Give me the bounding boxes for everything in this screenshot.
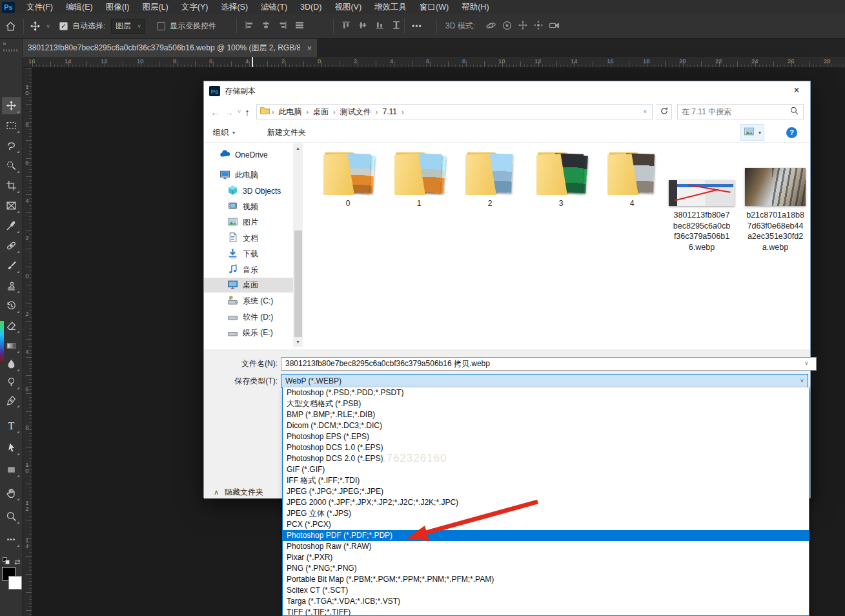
recent-locations-icon[interactable]: ˅ [238, 108, 241, 115]
collapse-panel-icon[interactable]: » [3, 40, 6, 47]
format-option[interactable]: BMP (*.BMP;*.RLE;*.DIB) [283, 409, 809, 420]
sidebar-item-3d-objects[interactable]: 3D Objects [204, 183, 293, 198]
format-option[interactable]: Photoshop EPS (*.EPS) [283, 431, 809, 442]
marquee-tool[interactable] [2, 117, 21, 134]
format-option[interactable]: Targa (*.TGA;*.VDA;*.ICB;*.VST) [283, 596, 809, 607]
scroll-down-icon[interactable]: ▼ [293, 337, 303, 347]
folder-item-0[interactable]: 0 [316, 151, 380, 208]
dialog-close-button[interactable]: × [789, 85, 804, 96]
file-item[interactable]: 3801213fb80e7 bec8295c6a0cb f36c379a506b… [666, 180, 738, 252]
hide-folders-button[interactable]: ∧ 隐藏文件夹 [214, 487, 263, 498]
forward-button[interactable]: → [224, 107, 234, 118]
menu-item-select[interactable]: 选择(S) [214, 0, 254, 14]
search-box[interactable] [677, 104, 804, 119]
help-button[interactable]: ? [786, 127, 797, 138]
breadcrumb[interactable]: ›此电脑›桌面›测试文件›7.11› ˅ [256, 104, 653, 119]
orbit-3d-icon[interactable] [485, 20, 496, 33]
format-option[interactable]: IFF 格式 (*.IFF;*.TDI) [283, 475, 809, 486]
eraser-tool[interactable] [2, 317, 21, 334]
refresh-button[interactable] [657, 104, 672, 119]
format-option[interactable]: Scitex CT (*.SCT) [283, 585, 809, 596]
menu-item-plugins[interactable]: 增效工具 [368, 0, 413, 14]
sidebar-item--[interactable]: 图片 [204, 215, 293, 230]
format-option[interactable]: Photoshop DCS 2.0 (*.EPS) [283, 453, 809, 464]
format-option[interactable]: JPEG 立体 (*.JPS) [283, 508, 809, 519]
hand-tool[interactable] [2, 484, 21, 502]
scrollbar-thumb[interactable] [294, 231, 302, 337]
show-transform-checkbox[interactable] [157, 14, 165, 38]
align-left-icon[interactable] [244, 20, 254, 32]
object-select-tool[interactable] [2, 157, 21, 174]
blur-tool[interactable] [2, 355, 21, 373]
rectangle-tool[interactable] [2, 461, 21, 478]
format-option[interactable]: Photoshop Raw (*.RAW) [283, 541, 809, 552]
back-button[interactable]: ← [210, 107, 220, 118]
breadcrumb-item[interactable]: 测试文件 [336, 107, 376, 118]
breadcrumb-item[interactable]: 此电脑 [274, 107, 306, 118]
brush-tool[interactable] [2, 257, 21, 274]
auto-select-target-dropdown[interactable]: 图层˅ [111, 14, 145, 38]
tab-close-icon[interactable]: × [307, 43, 312, 53]
sidebar-item--d-[interactable]: 软件 (D:) [204, 310, 293, 325]
format-option[interactable]: Photoshop PDF (*.PDF;*.PDP) [283, 530, 809, 541]
more-options-button[interactable]: ••• [412, 14, 422, 38]
gradient-tool[interactable] [2, 337, 21, 354]
folder-item-1[interactable]: 1 [387, 151, 451, 208]
filename-dropdown-icon[interactable]: ˅ [805, 360, 808, 367]
default-colors-icon[interactable] [3, 557, 10, 564]
organize-button[interactable]: 组织▾ [213, 127, 235, 138]
format-option[interactable]: Photoshop (*.PSD;*.PDD;*.PSDT) [283, 387, 809, 398]
filename-input[interactable] [281, 357, 817, 371]
sidebar-item--[interactable]: 下载 [204, 247, 293, 262]
menu-item-edit[interactable]: 编辑(E) [59, 0, 99, 14]
zoom-tool[interactable] [2, 508, 21, 525]
align-top-icon[interactable] [341, 20, 351, 32]
scroll-up-icon[interactable]: ▲ [293, 143, 303, 153]
dodge-tool[interactable] [2, 373, 21, 391]
background-color-swatch[interactable] [8, 576, 22, 590]
format-option[interactable]: TIFF (*.TIF;*.TIFF) [283, 607, 809, 616]
slide-3d-icon[interactable] [533, 20, 544, 32]
format-option[interactable]: JPEG (*.JPG;*.JPEG;*.JPE) [283, 486, 809, 497]
sidebar-item--c-[interactable]: 系统 (C:) [204, 294, 293, 309]
sidebar-item-onedrive[interactable]: OneDrive [204, 147, 293, 162]
move-tool-preset-icon[interactable] [30, 14, 41, 38]
align-middle-icon[interactable] [358, 20, 368, 32]
align-center-h-icon[interactable] [261, 20, 271, 32]
format-option[interactable]: PNG (*.PNG;*.PNG) [283, 563, 809, 574]
healing-tool[interactable] [2, 237, 21, 254]
menu-item-view[interactable]: 视图(V) [328, 0, 368, 14]
format-option[interactable]: Pixar (*.PXR) [283, 552, 809, 563]
breadcrumb-item[interactable]: 7.11 [378, 107, 401, 116]
sidebar-item--[interactable]: 桌面 [204, 278, 293, 293]
format-option[interactable]: GIF (*.GIF) [283, 464, 809, 475]
auto-select-checkbox[interactable]: ✓ [59, 14, 68, 38]
frame-tool[interactable] [2, 197, 21, 214]
sidebar-item--[interactable]: 音乐 [204, 263, 293, 278]
lasso-tool[interactable] [2, 137, 21, 154]
up-button[interactable]: ↑ [245, 107, 250, 118]
camera-3d-icon[interactable] [549, 20, 560, 33]
crop-tool[interactable] [2, 177, 21, 194]
align-edges-icon[interactable] [294, 20, 305, 32]
align-bottom-icon[interactable] [374, 20, 385, 32]
filetype-combobox[interactable]: WebP (*.WEBP) ˅ [281, 374, 808, 388]
format-option[interactable]: Dicom (*.DCM;*.DC3;*.DIC) [283, 420, 809, 431]
folder-item-3[interactable]: 3 [529, 151, 593, 208]
breadcrumb-dropdown-icon[interactable]: ˅ [644, 108, 649, 115]
path-select-tool[interactable] [2, 439, 21, 457]
sidebar-item--[interactable]: 此电脑 [204, 168, 293, 183]
align-right-icon[interactable] [278, 20, 288, 32]
view-mode-button[interactable]: ▾ [740, 124, 764, 141]
dialog-title-bar[interactable]: Ps 存储副本 × [204, 81, 810, 101]
preset-chevron-icon[interactable]: ˅ [46, 14, 50, 38]
menu-item-file[interactable]: 文件(F) [20, 0, 59, 14]
menu-item-3d[interactable]: 3D(D) [294, 0, 328, 14]
breadcrumb-item[interactable]: 桌面 [309, 107, 333, 118]
menu-item-window[interactable]: 窗口(W) [413, 0, 455, 14]
roll-3d-icon[interactable] [502, 20, 513, 33]
format-option[interactable]: Portable Bit Map (*.PBM;*.PGM;*.PPM;*.PN… [283, 574, 809, 585]
panel-grip[interactable] [3, 49, 19, 52]
format-option[interactable]: Photoshop DCS 1.0 (*.EPS) [283, 442, 809, 453]
home-icon[interactable] [5, 14, 16, 38]
